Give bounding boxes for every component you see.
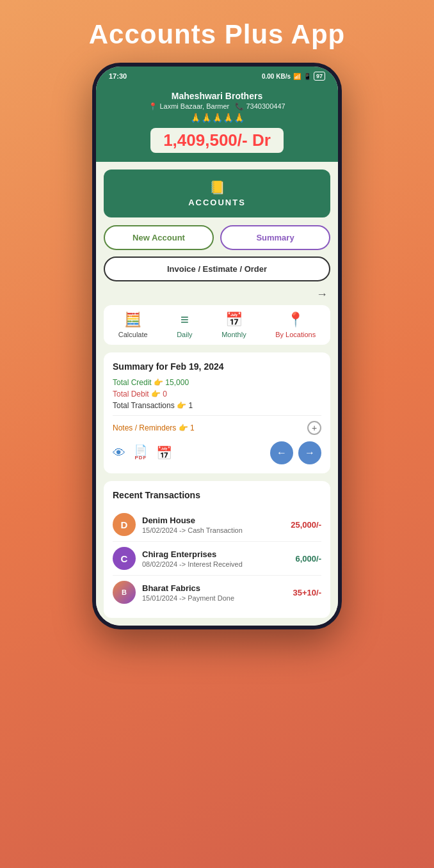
balance-amount: 1,409,500/- Dr [109,123,325,153]
transaction-item[interactable]: D Denim House 15/02/2024 -> Cash Transac… [113,508,321,542]
transaction-item[interactable]: B Bharat Fabrics 15/01/2024 -> Payment D… [113,576,321,609]
header: Maheshwari Brothers 📍 Laxmi Bazaar, Barm… [96,86,338,162]
total-credit: Total Credit 👉 15,000 [113,378,321,387]
pdf-icon: 📄 [134,445,147,455]
next-button[interactable]: → [298,441,321,464]
business-name: Maheshwari Brothers [109,91,325,101]
main-content: 📒 ACCOUNTS New Account Summary Invoice /… [96,162,338,626]
business-location: 📍 Laxmi Bazaar, Barmer [149,102,229,110]
new-account-button[interactable]: New Account [104,225,214,250]
action-icons-row: 👁 📄 PDF 📅 ← → [113,441,321,464]
recent-transactions: Recent Transactions D Denim House 15/02/… [104,481,330,618]
transaction-name-bharat: Bharat Fabrics [142,583,287,593]
action-icons-left: 👁 📄 PDF 📅 [113,445,172,461]
status-time: 17:30 [109,72,127,80]
header-emojis: 🙏🙏🙏🙏🙏 [109,113,325,123]
transaction-amount-denim: 25,000/- [291,520,321,530]
prev-button[interactable]: ← [270,441,293,464]
locations-icon: 📍 [287,312,304,328]
total-debit: Total Debit 👉 0 [113,390,321,398]
phone-screen: 17:30 0.00 KB/s 📶 📱 97 Maheshwari Brothe… [96,67,338,626]
nav-buttons: ← → [270,441,321,464]
accounts-button[interactable]: 📒 ACCOUNTS [104,170,330,217]
transaction-item[interactable]: C Chirag Enterprises 08/02/2024 -> Inter… [113,542,321,576]
invoice-button[interactable]: Invoice / Estimate / Order [104,256,330,281]
balance-value: 1,409,500/- Dr [150,128,284,153]
arrow-right: → [104,288,330,301]
calculate-label: Calculate [118,331,148,338]
summary-date: Summary for Feb 19, 2024 [113,361,321,372]
pdf-button[interactable]: 📄 PDF [134,445,147,461]
avatar-denim: D [113,513,136,536]
transaction-amount-bharat: 35+10/- [293,588,321,597]
daily-icon: ≡ [181,312,189,328]
status-bar: 17:30 0.00 KB/s 📶 📱 97 [96,67,338,86]
pdf-label: PDF [135,455,147,461]
daily-label: Daily [177,331,192,338]
transaction-date-chirag: 08/02/2024 -> Interest Received [142,560,289,568]
transaction-name-chirag: Chirag Enterprises [142,549,289,559]
status-icons: 0.00 KB/s 📶 📱 97 [262,72,325,81]
accounts-label: ACCOUNTS [114,198,320,207]
monthly-label: Monthly [221,331,246,338]
monthly-icon: 📅 [225,312,243,328]
business-phone: 📞 7340300447 [235,102,285,110]
data-speed: 0.00 KB/s [262,73,291,80]
accounts-icon: 📒 [114,180,320,195]
transaction-info-chirag: Chirag Enterprises 08/02/2024 -> Interes… [142,549,289,568]
battery-icon: 97 [314,72,325,81]
divider [113,415,321,416]
summary-card: Summary for Feb 19, 2024 Total Credit 👉 … [104,352,330,473]
add-note-button[interactable]: + [307,421,321,435]
quick-actions: 🧮 Calculate ≡ Daily 📅 Monthly 📍 By Locat… [104,305,330,345]
calendar-button[interactable]: 📅 [156,445,172,461]
transaction-date-denim: 15/02/2024 -> Cash Transaction [142,526,284,534]
transaction-info-bharat: Bharat Fabrics 15/01/2024 -> Payment Don… [142,583,287,602]
signal-icon: 📱 [303,73,311,80]
action-buttons-row: New Account Summary [104,225,330,250]
notes-reminders: Notes / Reminders 👉 1 [113,423,195,432]
calculate-icon: 🧮 [124,312,141,328]
transaction-amount-chirag: 6,000/- [296,554,321,564]
app-title: Accounts Plus App [89,19,345,50]
transaction-name-denim: Denim House [142,516,284,525]
wifi-icon: 📶 [293,73,301,80]
locations-label: By Locations [275,331,316,338]
notes-row: Notes / Reminders 👉 1 + [113,421,321,435]
business-info: 📍 Laxmi Bazaar, Barmer 📞 7340300447 [109,102,325,111]
total-transactions: Total Transactions 👉 1 [113,401,321,410]
summary-button[interactable]: Summary [220,225,330,250]
quick-action-calculate[interactable]: 🧮 Calculate [118,312,148,338]
avatar-chirag: C [113,547,136,570]
avatar-bharat: B [113,581,136,604]
quick-action-daily[interactable]: ≡ Daily [177,312,192,338]
phone-frame: 17:30 0.00 KB/s 📶 📱 97 Maheshwari Brothe… [92,63,342,629]
view-button[interactable]: 👁 [113,446,125,461]
quick-action-monthly[interactable]: 📅 Monthly [221,312,246,338]
transaction-info-denim: Denim House 15/02/2024 -> Cash Transacti… [142,516,284,534]
quick-action-locations[interactable]: 📍 By Locations [275,312,316,338]
recent-title: Recent Transactions [113,490,321,500]
transaction-date-bharat: 15/01/2024 -> Payment Done [142,594,287,602]
